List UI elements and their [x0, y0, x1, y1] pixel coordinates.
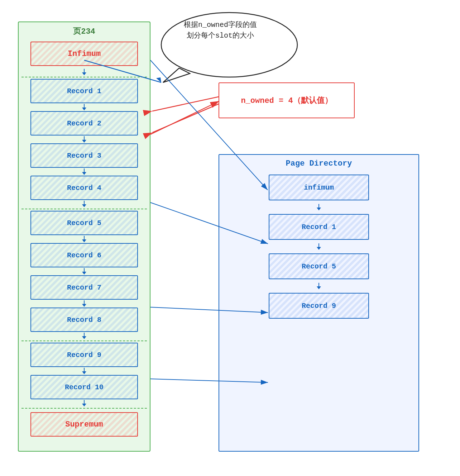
arrow-r3-r4 [19, 168, 150, 175]
arrow-r7-r8 [19, 300, 150, 307]
speech-bubble-text: 根据n_owned字段的值 划分每个slot的大小 [154, 20, 287, 41]
n-owned-box: n_owned = 4（默认值） [219, 82, 355, 118]
svg-marker-21 [82, 404, 86, 406]
record-1: Record 1 [30, 79, 138, 103]
svg-marker-23 [163, 68, 190, 82]
record-8: Record 8 [30, 308, 138, 332]
dir-arrow-r5-r9 [219, 283, 418, 289]
dir-record-9: Record 9 [269, 293, 369, 319]
record-9: Record 9 [30, 343, 138, 367]
svg-marker-19 [82, 371, 86, 374]
svg-marker-11 [82, 239, 86, 242]
svg-marker-31 [317, 286, 321, 289]
svg-marker-3 [82, 108, 86, 110]
record-3: Record 3 [30, 143, 138, 168]
dir-infimum: infimum [269, 175, 369, 200]
record-10: Record 10 [30, 375, 138, 399]
svg-marker-27 [317, 208, 321, 210]
n-owned-label: n_owned = 4（默认值） [241, 95, 332, 106]
dir-record-5: Record 5 [269, 253, 369, 279]
svg-marker-25 [156, 77, 161, 82]
svg-marker-15 [82, 304, 86, 307]
slot-sep-1 [21, 209, 147, 209]
svg-line-37 [152, 104, 219, 133]
arrow-r10-sup [19, 400, 150, 406]
svg-marker-9 [82, 204, 86, 207]
slot-sep-3 [21, 408, 147, 409]
record-5: Record 5 [30, 211, 138, 235]
supremum-record: Supremum [30, 412, 138, 437]
svg-marker-13 [82, 272, 86, 275]
dir-arrow-r1-r5 [219, 243, 418, 250]
arrow-r2-r3 [19, 136, 150, 143]
dir-arrow-inf-r1 [219, 204, 418, 210]
arrow-r8-r9 [19, 333, 150, 339]
arrow-r1-r2 [19, 104, 150, 110]
arrow-infimum-r1 [19, 69, 150, 75]
svg-marker-29 [317, 247, 321, 250]
svg-line-32 [150, 101, 219, 134]
record-2: Record 2 [30, 111, 138, 135]
arrow-r5-r6 [19, 236, 150, 242]
record-7: Record 7 [30, 275, 138, 300]
svg-line-36 [152, 97, 219, 111]
svg-marker-17 [82, 336, 86, 339]
dir-record-1: Record 1 [269, 214, 369, 240]
svg-marker-7 [82, 172, 86, 175]
svg-marker-5 [82, 140, 86, 143]
slot-sep-2 [21, 341, 147, 341]
arrow-r9-r10 [19, 368, 150, 374]
page-directory-box: Page Directory infimum Record 1 Record 5… [219, 154, 419, 452]
record-4: Record 4 [30, 176, 138, 200]
infimum-record: Infimum [30, 42, 138, 66]
page-directory-title: Page Directory [219, 155, 418, 171]
arrow-r6-r7 [19, 268, 150, 275]
arrow-r4-r5 [19, 201, 150, 207]
svg-marker-1 [82, 72, 86, 75]
record-6: Record 6 [30, 243, 138, 267]
slot-sep-0 [21, 77, 147, 77]
page-title: 页234 [19, 22, 150, 39]
page-panel: 页234 Infimum Record 1 Record 2 Record 3 … [18, 22, 150, 452]
